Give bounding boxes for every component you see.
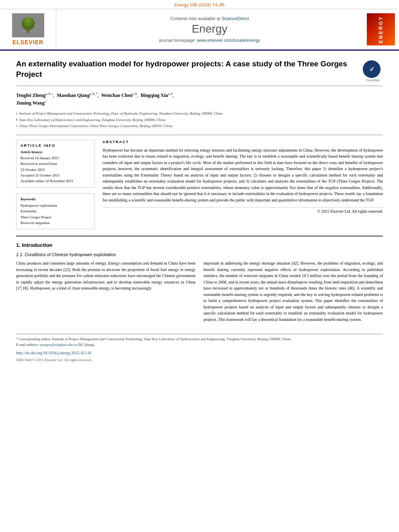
article-info-title: ARTICLE INFO (21, 144, 90, 148)
affiliation-a: a Institute of Project Management and Co… (16, 111, 383, 117)
energy-logo-section: ENERGY (363, 9, 399, 49)
section-title-introduction: 1. Introduction (16, 242, 383, 248)
article-title-section: An externality evaluation model for hydr… (16, 59, 383, 86)
body-two-col: China produces and consumes large amount… (16, 260, 383, 326)
elsevier-logo: ELSEVIER (12, 13, 44, 45)
date-received: Received 14 January 2015 (21, 155, 90, 161)
sciencedirect-link[interactable]: ScienceDirect (222, 16, 249, 21)
keywords-title: Keywords: (21, 197, 90, 201)
article-title: An externality evaluation model for hydr… (16, 59, 355, 79)
affiliation-c: c China Three Gorges International Corpo… (16, 123, 383, 129)
email-label: E-mail address: (16, 343, 39, 347)
crossmark-label: CrossMark (363, 79, 383, 82)
elsevier-wordmark: ELSEVIER (12, 39, 43, 45)
subsection-title: 1.1. Conditions of Chinese hydropower ex… (16, 252, 383, 257)
authors-section: Tengfei Zhenga, b, c, Maoshan Qianga, b,… (16, 92, 383, 107)
keyword-3: Three Gorges Project (21, 214, 90, 220)
homepage-link[interactable]: www.elsevier.com/locate/energy (197, 38, 260, 43)
crossmark-icon: ✓ (363, 60, 380, 78)
keywords-box: Keywords: Hydropower exploitation Extern… (16, 193, 95, 230)
contents-line: Contents lists available at ScienceDirec… (170, 16, 249, 21)
footnote-section: * Corresponding author. Institute of Pro… (16, 334, 383, 363)
energy-logo-label: ENERGY (378, 16, 384, 43)
keyword-1: Hydropower exploitation (21, 203, 90, 208)
email-link[interactable]: qiangms@singhua.edu.cn (39, 343, 77, 347)
copyright-line: © 2015 Elsevier Ltd. All rights reserved… (103, 207, 383, 214)
homepage-line: journal homepage: www.elsevier.com/locat… (159, 38, 260, 43)
email-name: (M. Qiang). (78, 343, 95, 347)
author-maoshan: Maoshan Qiang (57, 92, 90, 98)
abstract-text: Hydropower has become an important metho… (103, 147, 383, 203)
elsevier-logo-section: ELSEVIER (0, 9, 56, 49)
affiliation-b: b State Key Laboratory of Hydroscience a… (16, 117, 383, 123)
author-bingqing: Bingqing Xia (141, 92, 168, 98)
corresponding-author-note: * Corresponding author. Institute of Pro… (16, 337, 383, 342)
date-revised: 23 October 2015 (21, 167, 90, 173)
article-history-title: Article history: (21, 150, 90, 154)
issn-line: 0360-5442/© 2015 Elsevier Ltd. All right… (16, 357, 383, 363)
body-right-column: important in addressing the energy short… (204, 260, 383, 326)
body-left-column: China produces and consumes large amount… (16, 260, 195, 326)
doi-link[interactable]: http://dx.doi.org/10.1016/j.energy.2015.… (16, 350, 383, 356)
svg-point-4 (27, 29, 29, 31)
article-container: An externality evaluation model for hydr… (0, 51, 399, 371)
date-accepted: Accepted 25 October 2015 (21, 173, 90, 178)
svg-point-3 (25, 16, 31, 23)
keyword-2: Externality (21, 208, 90, 214)
citation-text: Energy 108 (2016) 74–85 (175, 2, 225, 7)
author-tengfei: Tengfei Zheng (16, 92, 45, 98)
crossmark-logo: ✓ CrossMark (363, 60, 383, 82)
date-revised-label: Received in revised form (21, 161, 90, 166)
citation-bar: Energy 108 (2016) 74–85 (0, 0, 399, 9)
journal-info-center: Contents lists available at ScienceDirec… (56, 9, 363, 49)
left-column: ARTICLE INFO Article history: Received 1… (16, 140, 95, 230)
journal-header: ELSEVIER Contents lists available at Sci… (0, 9, 399, 51)
article-info-abstract-row: ARTICLE INFO Article history: Received 1… (16, 140, 383, 230)
author-jianing: Jianing Wang (16, 100, 45, 106)
abstract-title: ABSTRACT (103, 140, 383, 144)
intro-paragraph-right: important in addressing the energy short… (204, 260, 383, 322)
intro-paragraph-left: China produces and consumes large amount… (16, 260, 195, 292)
keyword-4: Reservoir migration (21, 220, 90, 226)
article-info-box: ARTICLE INFO Article history: Received 1… (16, 140, 95, 188)
elsevier-tree-image (12, 13, 44, 37)
affiliations-section: a Institute of Project Management and Co… (16, 111, 383, 135)
section-divider (16, 236, 383, 236)
energy-logo: ENERGY (367, 13, 395, 45)
date-available: Available online 14 November 2015 (21, 178, 90, 184)
abstract-section: ABSTRACT Hydropower has become an import… (103, 140, 383, 230)
author-wenchao: Wenchao Chen (101, 92, 133, 98)
email-line: E-mail address: qiangms@singhua.edu.cn (… (16, 342, 383, 348)
journal-title: Energy (192, 23, 228, 35)
